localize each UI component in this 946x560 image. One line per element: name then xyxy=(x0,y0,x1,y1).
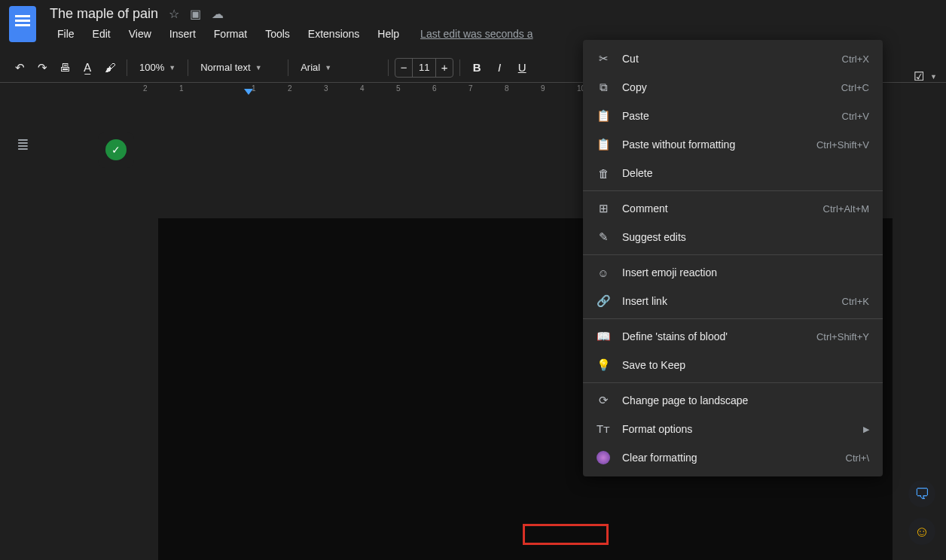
context-menu-label: Comment xyxy=(622,202,811,215)
add-emoji-reaction-button[interactable]: ☺ xyxy=(908,518,935,545)
context-menu-icon: ⊞ xyxy=(597,202,610,215)
context-menu-shortcut: Ctrl+Alt+M xyxy=(823,203,869,215)
ruler-tick: 1 xyxy=(179,84,184,93)
print-button[interactable]: 🖶 xyxy=(54,57,75,78)
ruler-tick: 2 xyxy=(288,84,292,93)
cloud-status-icon[interactable]: ☁ xyxy=(212,7,224,21)
context-menu-item[interactable]: ✎Suggest edits xyxy=(583,223,883,251)
context-menu-item[interactable]: 🗑Delete xyxy=(583,159,883,187)
underline-button[interactable]: U xyxy=(511,57,533,78)
context-menu-label: Change page to landscape xyxy=(622,394,869,406)
menu-tools[interactable]: Tools xyxy=(258,25,298,43)
menu-format[interactable]: Format xyxy=(206,25,255,43)
last-edit-link[interactable]: Last edit was seconds a xyxy=(420,28,533,40)
context-menu-separator xyxy=(583,318,883,319)
font-select[interactable]: Arial▼ xyxy=(294,62,382,73)
context-menu-item[interactable]: ⧉CopyCtrl+C xyxy=(583,73,883,102)
context-menu-label: Cut xyxy=(622,53,830,65)
document-title[interactable]: The maple of pain xyxy=(50,6,158,22)
ruler-tick: 8 xyxy=(505,84,509,93)
context-menu-label: Insert emoji reaction xyxy=(622,266,869,278)
context-menu-item[interactable]: 📖Define 'stains of blood'Ctrl+Shift+Y xyxy=(583,322,883,351)
ruler-tick: 1 xyxy=(252,84,256,93)
menu-file[interactable]: File xyxy=(50,25,82,43)
context-menu-label: Define 'stains of blood' xyxy=(622,330,804,342)
menu-insert[interactable]: Insert xyxy=(162,25,203,43)
context-menu-item[interactable]: 🔗Insert linkCtrl+K xyxy=(583,287,883,315)
ruler-tick: 9 xyxy=(541,84,545,93)
add-comment-button[interactable]: 🗨 xyxy=(908,480,935,507)
context-menu-label: Paste xyxy=(622,110,830,122)
menu-bar: FileEditViewInsertFormatToolsExtensionsH… xyxy=(50,25,533,43)
context-menu-item[interactable]: 📋Paste without formattingCtrl+Shift+V xyxy=(583,130,883,159)
editing-mode-menu[interactable]: ☑ ▼ xyxy=(914,69,937,84)
context-menu-shortcut: Ctrl+Shift+V xyxy=(816,139,869,151)
checklist-icon: ☑ xyxy=(914,69,924,84)
context-menu-shortcut: Ctrl+K xyxy=(842,296,869,307)
ruler-tick: 2 xyxy=(143,84,148,93)
context-menu-shortcut: Ctrl+C xyxy=(841,82,869,93)
context-menu-item[interactable]: 📋PasteCtrl+V xyxy=(583,102,883,130)
font-size-increase[interactable]: + xyxy=(436,61,453,74)
suggestion-accept-badge[interactable]: ✓ xyxy=(98,132,134,168)
docs-logo[interactable] xyxy=(9,6,36,42)
undo-button[interactable]: ↶ xyxy=(9,57,30,78)
context-menu-item[interactable]: ⟳Change page to landscape xyxy=(583,386,883,415)
context-menu-icon: ✂ xyxy=(597,52,610,65)
context-menu-label: Delete xyxy=(622,167,869,179)
user-avatar-icon xyxy=(597,451,610,464)
context-menu-icon: ✎ xyxy=(597,230,610,244)
context-menu-item[interactable]: TᴛFormat options▶ xyxy=(583,415,883,443)
menu-extensions[interactable]: Extensions xyxy=(301,25,367,43)
font-size-value[interactable]: 11 xyxy=(412,59,436,77)
check-icon: ✓ xyxy=(105,139,127,160)
ruler-tick: 3 xyxy=(324,84,328,93)
move-icon[interactable]: ▣ xyxy=(190,7,201,21)
redo-button[interactable]: ↷ xyxy=(32,57,53,78)
context-menu-separator xyxy=(583,254,883,255)
menu-help[interactable]: Help xyxy=(370,25,407,43)
italic-button[interactable]: I xyxy=(489,57,510,78)
document-outline-icon[interactable]: ≣ xyxy=(17,135,29,154)
ruler-tick: 4 xyxy=(360,84,365,93)
context-menu-icon: 💡 xyxy=(597,358,610,372)
submenu-arrow-icon: ▶ xyxy=(863,425,869,434)
menu-view[interactable]: View xyxy=(121,25,159,43)
context-menu-icon: 🔗 xyxy=(597,294,610,308)
ruler-tick: 7 xyxy=(468,84,473,93)
context-menu-label: Paste without formatting xyxy=(622,138,804,151)
context-menu-icon: ⧉ xyxy=(597,81,610,94)
context-menu-icon: 📖 xyxy=(597,330,610,343)
context-menu-label: Suggest edits xyxy=(622,231,869,243)
menu-edit[interactable]: Edit xyxy=(85,25,118,43)
context-menu-shortcut: Ctrl+Shift+Y xyxy=(816,331,869,342)
bold-button[interactable]: B xyxy=(466,57,487,78)
context-menu-shortcut: Ctrl+\ xyxy=(846,452,869,464)
spellcheck-button[interactable]: A̲ xyxy=(77,57,98,78)
context-menu-item[interactable]: ☺Insert emoji reaction xyxy=(583,258,883,287)
context-menu-shortcut: Ctrl+V xyxy=(842,111,869,122)
font-size-decrease[interactable]: − xyxy=(395,61,412,74)
context-menu-item[interactable]: ✂CutCtrl+X xyxy=(583,44,883,73)
context-menu-icon: 🗑 xyxy=(597,167,610,180)
paint-format-button[interactable]: 🖌 xyxy=(99,57,121,78)
context-menu-label: Format options xyxy=(622,423,851,435)
zoom-select[interactable]: 100%▼ xyxy=(133,62,182,73)
paragraph-style-select[interactable]: Normal text▼ xyxy=(194,62,282,73)
star-icon[interactable]: ☆ xyxy=(169,7,179,21)
context-menu-icon: 📋 xyxy=(597,138,610,151)
context-menu-item[interactable]: Clear formattingCtrl+\ xyxy=(583,443,883,472)
context-menu-item[interactable]: 💡Save to Keep xyxy=(583,351,883,379)
context-menu-label: Save to Keep xyxy=(622,359,869,371)
context-menu: ✂CutCtrl+X⧉CopyCtrl+C📋PasteCtrl+V📋Paste … xyxy=(583,40,883,476)
context-menu-separator xyxy=(583,382,883,383)
context-menu-icon: Tᴛ xyxy=(597,422,610,436)
context-menu-icon: ☺ xyxy=(597,266,610,279)
context-menu-label: Copy xyxy=(622,81,829,93)
context-menu-label: Insert link xyxy=(622,295,830,307)
ruler-tick: 5 xyxy=(396,84,401,93)
context-menu-icon: ⟳ xyxy=(597,394,610,407)
context-menu-separator xyxy=(583,190,883,191)
context-menu-item[interactable]: ⊞CommentCtrl+Alt+M xyxy=(583,194,883,223)
font-size-stepper[interactable]: − 11 + xyxy=(395,58,453,78)
